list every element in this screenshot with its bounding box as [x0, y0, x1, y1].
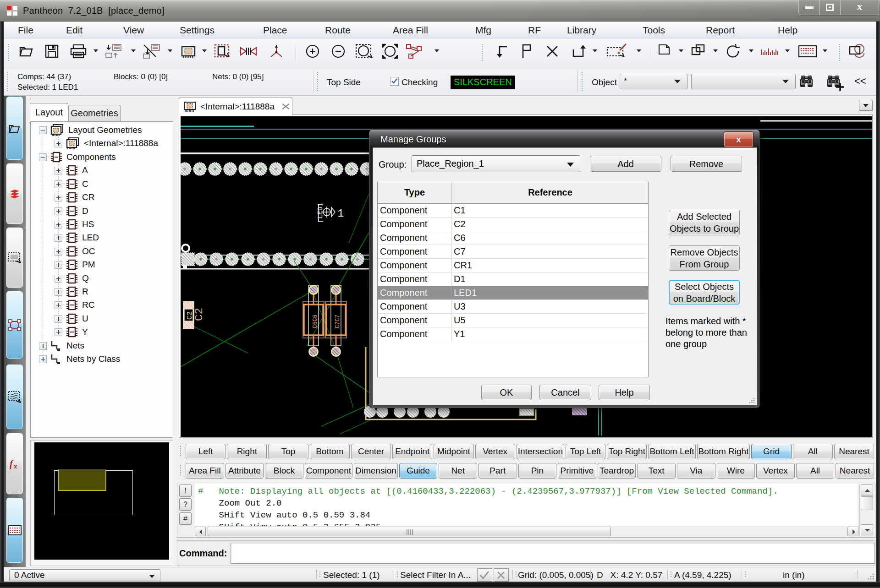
svg-text:C7C7: C7C7: [335, 315, 341, 328]
svg-text:C6C6: C6C6: [312, 315, 319, 328]
svg-text:1: 1: [337, 207, 344, 220]
svg-text:f: f: [10, 459, 14, 469]
svg-text:x: x: [13, 463, 17, 470]
svg-text:C2: C2: [193, 308, 205, 321]
